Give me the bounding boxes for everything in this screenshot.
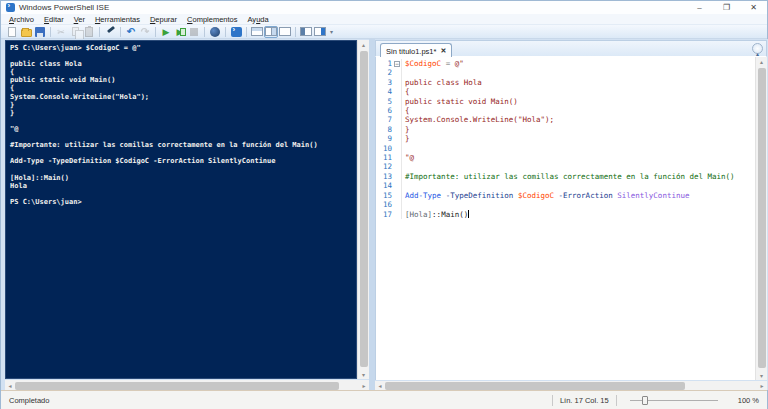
line-number: 15 bbox=[376, 191, 392, 200]
console-vertical-scrollbar[interactable]: ▴ ▾ bbox=[357, 40, 369, 379]
clear-console-button[interactable] bbox=[103, 26, 117, 38]
editor-hscroll-thumb[interactable] bbox=[385, 382, 685, 390]
editor-tab-label: Sin título1.ps1* bbox=[386, 47, 436, 56]
save-script-icon bbox=[35, 27, 45, 37]
fold-column bbox=[392, 162, 401, 171]
new-script-icon bbox=[8, 27, 16, 37]
show-command-addon-button[interactable] bbox=[313, 26, 327, 38]
fold-collapse-icon[interactable]: − bbox=[394, 61, 400, 67]
show-command-addon-icon bbox=[314, 27, 326, 36]
scroll-up-icon[interactable]: ▴ bbox=[756, 58, 767, 65]
script-editor[interactable]: 1−$CodigoC = @" 2 3public class Hola 4{ … bbox=[375, 57, 755, 380]
scroll-down-icon[interactable]: ▾ bbox=[358, 371, 369, 378]
collapse-script-pane-icon[interactable] bbox=[752, 43, 763, 54]
line-number: 2 bbox=[376, 68, 392, 77]
toolbar-overflow-icon[interactable]: ▾ bbox=[330, 28, 333, 35]
console-line: { bbox=[10, 84, 352, 92]
paste-button bbox=[82, 26, 96, 38]
run-selection-button[interactable]: ▶ bbox=[173, 26, 187, 38]
console-line bbox=[10, 149, 352, 157]
undo-button[interactable]: ↶ bbox=[124, 26, 138, 38]
line-number: 9 bbox=[376, 134, 392, 143]
menu-item-ayuda[interactable]: Ayuda bbox=[243, 14, 274, 25]
show-script-pane-maximized-icon bbox=[279, 27, 291, 36]
console-line bbox=[10, 165, 352, 173]
menu-item-archivo[interactable]: Archivo bbox=[4, 14, 39, 25]
copy-button bbox=[68, 26, 82, 38]
line-number: 6 bbox=[376, 106, 392, 115]
open-script-button[interactable] bbox=[19, 26, 33, 38]
code-content bbox=[401, 162, 755, 171]
save-script-button[interactable] bbox=[33, 26, 47, 38]
powershell-ise-window: Windows PowerShell ISE – ❐ ✕ ArchivoEdit… bbox=[0, 0, 768, 409]
fold-column bbox=[392, 78, 401, 87]
zoom-slider[interactable] bbox=[630, 395, 718, 406]
menu-item-complementos[interactable]: Complementos bbox=[182, 14, 242, 25]
console-pane: PS C:\Users\juan> $CodigoC = @" public c… bbox=[5, 40, 369, 390]
menu-item-editar[interactable]: Editar bbox=[39, 14, 69, 25]
redo-button: ↷ bbox=[138, 26, 152, 38]
scroll-up-icon[interactable]: ▴ bbox=[358, 41, 369, 48]
line-number: 7 bbox=[376, 115, 392, 124]
console-hscroll-thumb[interactable] bbox=[15, 382, 339, 390]
editor-tab-bar: Sin título1.ps1* ✕ bbox=[375, 40, 767, 57]
text-caret bbox=[468, 210, 469, 218]
toolbar-separator bbox=[120, 27, 121, 37]
zoom-level: 100 % bbox=[738, 396, 759, 405]
show-script-pane-top-icon bbox=[251, 27, 263, 36]
paste-icon bbox=[85, 27, 93, 37]
menu-item-ver[interactable]: Ver bbox=[69, 14, 90, 25]
menu-item-herramientas[interactable]: Herramientas bbox=[90, 14, 145, 25]
open-script-icon bbox=[21, 29, 32, 37]
new-remote-powershell-tab-button[interactable] bbox=[208, 26, 222, 38]
menu-bar: ArchivoEditarVerHerramientasDepurarCompl… bbox=[1, 14, 767, 25]
run-selection-icon: ▶ bbox=[177, 27, 184, 37]
status-message: Completado bbox=[9, 396, 49, 405]
fold-column bbox=[392, 87, 401, 96]
fold-column bbox=[392, 68, 401, 77]
toolbar-separator bbox=[204, 27, 205, 37]
code-content bbox=[401, 68, 755, 77]
scroll-left-icon[interactable]: ◂ bbox=[5, 381, 15, 391]
restore-icon[interactable]: ❐ bbox=[713, 1, 740, 14]
line-number: 16 bbox=[376, 200, 392, 209]
show-script-pane-maximized-button[interactable] bbox=[278, 26, 292, 38]
show-command-window-button[interactable] bbox=[299, 26, 313, 38]
stop-operation-button bbox=[187, 26, 201, 38]
console-vscroll-thumb[interactable] bbox=[360, 51, 368, 367]
scroll-right-icon[interactable]: ▸ bbox=[359, 381, 369, 391]
show-script-pane-right-button[interactable] bbox=[264, 26, 278, 38]
fold-column bbox=[392, 134, 401, 143]
editor-tab[interactable]: Sin título1.ps1* ✕ bbox=[380, 43, 452, 58]
line-number: 3 bbox=[376, 78, 392, 87]
window-title: Windows PowerShell ISE bbox=[19, 3, 109, 12]
run-script-button[interactable]: ▶ bbox=[159, 26, 173, 38]
tab-close-icon[interactable]: ✕ bbox=[440, 47, 446, 55]
show-script-pane-top-button[interactable] bbox=[250, 26, 264, 38]
editor-line: 6{ bbox=[376, 106, 755, 115]
editor-vscroll-thumb[interactable] bbox=[758, 68, 766, 368]
line-number: 8 bbox=[376, 125, 392, 134]
new-remote-powershell-tab-icon bbox=[210, 27, 220, 37]
close-icon[interactable]: ✕ bbox=[740, 1, 767, 14]
line-number: 10 bbox=[376, 144, 392, 153]
console-line bbox=[10, 52, 352, 60]
code-content: Add-Type -TypeDefinition $CodigoC -Error… bbox=[401, 191, 755, 200]
editor-line: 10 bbox=[376, 144, 755, 153]
start-powershell-button[interactable] bbox=[229, 26, 243, 38]
show-command-window-icon bbox=[300, 27, 312, 36]
clear-console-icon bbox=[106, 27, 115, 36]
stop-operation-icon bbox=[190, 28, 198, 36]
console-line: } bbox=[10, 109, 352, 117]
console-output[interactable]: PS C:\Users\juan> $CodigoC = @" public c… bbox=[5, 40, 357, 379]
new-script-button[interactable] bbox=[5, 26, 19, 38]
cursor-position: Lín. 17 Col. 15 bbox=[560, 396, 609, 405]
menu-item-depurar[interactable]: Depurar bbox=[145, 14, 182, 25]
code-content: "@ bbox=[401, 153, 755, 162]
code-content: [Hola]::Main() bbox=[401, 210, 755, 219]
minimize-icon[interactable]: – bbox=[686, 1, 713, 14]
editor-vertical-scrollbar[interactable]: ▴ ▾ bbox=[755, 57, 767, 380]
zoom-slider-thumb[interactable] bbox=[642, 396, 648, 405]
code-content: { bbox=[401, 106, 755, 115]
scroll-down-icon[interactable]: ▾ bbox=[756, 372, 767, 379]
